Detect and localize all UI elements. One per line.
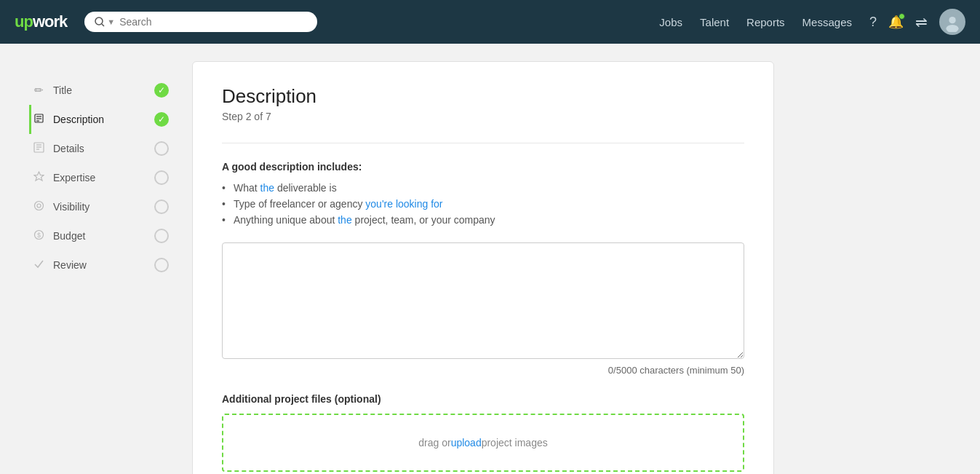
description-check: ✓ [154,112,169,127]
tip-highlight-1: the [260,182,274,194]
logo[interactable]: upwork [15,12,67,31]
edit-icon [31,113,46,126]
help-icon[interactable]: ? [869,15,877,30]
description-textarea[interactable] [222,242,744,359]
sidebar-item-title[interactable]: ✏ Title ✓ [29,76,175,105]
search-input[interactable] [119,16,307,28]
budget-check [154,229,169,243]
additional-files-title: Additional project files (optional) [222,393,744,405]
sidebar-label-review: Review [53,259,147,271]
sidebar-item-visibility[interactable]: Visibility [29,192,175,221]
expertise-icon [31,171,46,184]
budget-icon: $ [31,229,46,242]
main-nav: Jobs Talent Reports Messages [659,16,852,28]
visibility-icon [31,200,46,213]
tips-heading: A good description includes: [222,161,744,173]
tip-item-3: Anything unique about the project, team,… [222,212,744,228]
visibility-check [154,200,169,214]
sidebar: ✏ Title ✓ Description ✓ [29,61,175,474]
details-check [154,141,169,156]
sidebar-item-description[interactable]: Description ✓ [29,105,175,134]
search-bar[interactable]: ▼ [84,12,317,32]
pencil-icon: ✏ [31,84,46,97]
account-switch-icon[interactable]: ⇌ [915,13,928,31]
tip-highlight-2: you're looking for [365,198,442,210]
main-header: upwork ▼ Jobs Talent Reports Messages ? … [0,0,980,44]
tip-item-2: Type of freelancer or agency you're look… [222,196,744,212]
sidebar-label-description: Description [53,114,147,125]
sidebar-item-budget[interactable]: $ Budget [29,221,175,250]
page-body: ✏ Title ✓ Description ✓ [0,44,980,474]
tips-section: A good description includes: What the de… [222,161,744,228]
review-icon [31,258,46,272]
main-content: Description Step 2 of 7 A good descripti… [192,61,774,474]
sidebar-label-budget: Budget [53,230,147,242]
nav-reports[interactable]: Reports [746,16,785,28]
tips-list: What the deliverable is Type of freelanc… [222,180,744,228]
svg-line-1 [102,24,104,26]
svg-point-3 [949,17,955,23]
char-count: 0/5000 characters (minimum 50) [222,365,744,376]
sidebar-item-review[interactable]: Review [29,250,175,280]
nav-talent[interactable]: Talent [700,16,729,28]
sidebar-label-title: Title [53,84,147,96]
nav-jobs[interactable]: Jobs [659,16,682,28]
title-check: ✓ [154,83,169,98]
expertise-check [154,170,169,185]
sidebar-label-visibility: Visibility [53,201,147,213]
svg-point-14 [37,204,41,208]
details-icon [31,142,46,155]
section-divider [222,143,744,143]
notification-dot [899,13,905,20]
review-check [154,258,169,272]
tip-item-1: What the deliverable is [222,180,744,196]
file-drop-zone[interactable]: drag or upload project images [222,414,744,472]
svg-text:$: $ [36,232,40,239]
sidebar-label-expertise: Expertise [53,172,147,183]
nav-messages[interactable]: Messages [802,16,852,28]
sidebar-label-details: Details [53,143,147,154]
svg-point-0 [95,17,103,25]
header-icons: ? 🔔 ⇌ [869,9,965,35]
notifications-icon[interactable]: 🔔 [888,15,904,30]
page-title: Description [222,85,744,108]
avatar[interactable] [939,9,965,35]
tip-highlight-3: the [338,214,351,226]
upload-link[interactable]: upload [451,437,482,449]
sidebar-item-details[interactable]: Details [29,134,175,163]
svg-point-13 [34,202,43,210]
search-icon: ▼ [95,17,115,27]
sidebar-item-expertise[interactable]: Expertise [29,163,175,192]
step-label: Step 2 of 7 [222,111,744,122]
